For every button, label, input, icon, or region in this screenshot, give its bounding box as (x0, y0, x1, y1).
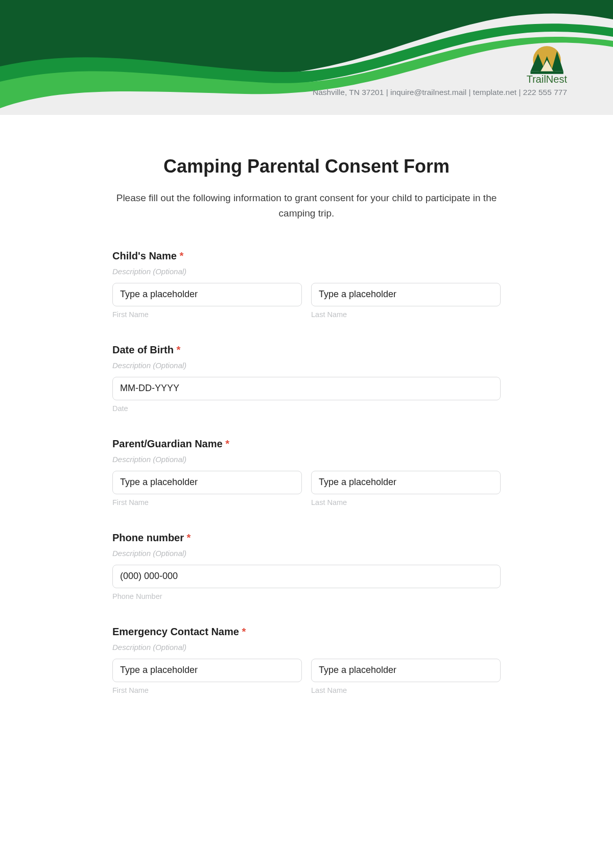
field-emergency-name: Emergency Contact Name * Description (Op… (112, 626, 501, 694)
field-label: Date of Birth * (112, 344, 501, 356)
field-description: Description (Optional) (112, 643, 501, 652)
field-label: Emergency Contact Name * (112, 626, 501, 638)
emergency-last-name-input[interactable] (311, 659, 501, 682)
guardian-last-name-input[interactable] (311, 471, 501, 494)
field-description: Description (Optional) (112, 549, 501, 558)
label-text: Emergency Contact Name (112, 626, 239, 637)
label-text: Parent/Guardian Name (112, 438, 223, 449)
label-text: Child's Name (112, 250, 177, 261)
field-phone: Phone number * Description (Optional) Ph… (112, 532, 501, 600)
sublabel-last-name: Last Name (311, 498, 501, 507)
field-label: Parent/Guardian Name * (112, 438, 501, 450)
field-dob: Date of Birth * Description (Optional) D… (112, 344, 501, 413)
header-band: TrailNest Nashville, TN 37201 | inquire@… (0, 0, 613, 115)
required-asterisk: * (179, 250, 183, 261)
field-description: Description (Optional) (112, 267, 501, 276)
child-first-name-input[interactable] (112, 283, 302, 306)
form-container: Camping Parental Consent Form Please fil… (92, 115, 521, 740)
label-text: Date of Birth (112, 344, 174, 355)
form-title: Camping Parental Consent Form (112, 156, 501, 177)
phone-input[interactable] (112, 565, 501, 588)
sublabel-last-name: Last Name (311, 310, 501, 319)
required-asterisk: * (187, 532, 191, 543)
required-asterisk: * (242, 626, 246, 637)
required-asterisk: * (225, 438, 229, 449)
label-text: Phone number (112, 532, 184, 543)
header-wave-graphic (0, 0, 613, 115)
sublabel-first-name: First Name (112, 310, 302, 319)
emergency-first-name-input[interactable] (112, 659, 302, 682)
field-description: Description (Optional) (112, 455, 501, 464)
field-description: Description (Optional) (112, 361, 501, 370)
sublabel-date: Date (112, 404, 501, 413)
field-guardian-name: Parent/Guardian Name * Description (Opti… (112, 438, 501, 507)
guardian-first-name-input[interactable] (112, 471, 302, 494)
sublabel-first-name: First Name (112, 686, 302, 694)
child-last-name-input[interactable] (311, 283, 501, 306)
field-label: Phone number * (112, 532, 501, 544)
field-child-name: Child's Name * Description (Optional) Fi… (112, 250, 501, 319)
sublabel-last-name: Last Name (311, 686, 501, 694)
brand-block: TrailNest (527, 40, 567, 85)
svg-rect-1 (530, 71, 563, 74)
required-asterisk: * (177, 344, 181, 355)
sublabel-first-name: First Name (112, 498, 302, 507)
brand-contact-line: Nashville, TN 37201 | inquire@trailnest.… (313, 88, 567, 97)
sublabel-phone: Phone Number (112, 592, 501, 600)
form-intro: Please fill out the following informatio… (112, 190, 501, 222)
field-label: Child's Name * (112, 250, 501, 262)
brand-logo-icon (530, 40, 563, 73)
dob-input[interactable] (112, 377, 501, 400)
